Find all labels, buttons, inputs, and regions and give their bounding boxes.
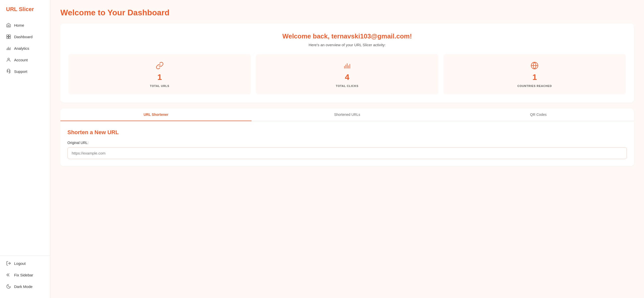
analytics-icon (6, 46, 11, 51)
sidebar-label-analytics: Analytics (14, 46, 29, 51)
welcome-card: Welcome back, ternavski103@gmail.com! He… (60, 23, 634, 103)
sidebar-nav: Home Dashboard (0, 20, 50, 256)
sidebar-item-account[interactable]: Account (0, 54, 50, 65)
sidebar-bottom: Logout Fix Sidebar Dark Mode (0, 256, 50, 292)
stats-grid: 1 TOTAL URLS 4 TOTAL CLICKS (68, 54, 626, 94)
sidebar: URL Slicer Home Dashboard (0, 0, 50, 298)
tab-url-shortener[interactable]: URL Shortener (60, 109, 252, 121)
sidebar-label-home: Home (14, 23, 24, 27)
field-label-original-url: Original URL: (67, 141, 627, 145)
bar-chart-icon (343, 61, 351, 70)
section-title: Shorten a New URL (67, 129, 627, 136)
fix-sidebar-icon (6, 272, 11, 277)
sidebar-item-dark-mode[interactable]: Dark Mode (0, 281, 50, 292)
home-icon (6, 23, 11, 28)
stat-label-total-clicks: TOTAL CLICKS (336, 84, 358, 87)
logo-text: URL Slicer (6, 6, 34, 12)
svg-rect-2 (7, 37, 9, 39)
logout-icon (6, 261, 11, 266)
stat-value-countries-reached: 1 (532, 73, 537, 82)
stat-value-total-urls: 1 (157, 73, 162, 82)
svg-rect-3 (9, 37, 11, 39)
sidebar-item-logout[interactable]: Logout (0, 258, 50, 269)
tab-qr-codes[interactable]: QR Codes (443, 109, 634, 121)
sidebar-item-home[interactable]: Home (0, 20, 50, 31)
stat-label-countries-reached: COUNTRIES REACHED (517, 84, 552, 87)
sidebar-label-dashboard: Dashboard (14, 35, 32, 39)
welcome-heading: Welcome back, ternavski103@gmail.com! (68, 32, 626, 40)
stat-card-countries-reached: 1 COUNTRIES REACHED (444, 54, 626, 94)
sidebar-item-support[interactable]: Support (0, 66, 50, 77)
stat-card-total-clicks: 4 TOTAL CLICKS (256, 54, 438, 94)
support-icon (6, 69, 11, 74)
sidebar-label-logout: Logout (14, 261, 26, 266)
sidebar-label-dark-mode: Dark Mode (14, 284, 32, 289)
original-url-input[interactable] (67, 147, 627, 159)
dark-mode-icon (6, 284, 11, 289)
stat-card-total-urls: 1 TOTAL URLS (68, 54, 251, 94)
svg-rect-1 (9, 35, 11, 37)
dashboard-icon (6, 34, 11, 39)
main-content: Welcome to Your Dashboard Welcome back, … (50, 0, 644, 298)
sidebar-label-support: Support (14, 69, 27, 74)
tab-content-url-shortener: Shorten a New URL Original URL: (60, 121, 634, 166)
svg-rect-0 (7, 35, 9, 37)
account-icon (6, 57, 11, 62)
stat-value-total-clicks: 4 (345, 73, 349, 82)
svg-point-4 (8, 58, 10, 60)
sidebar-item-dashboard[interactable]: Dashboard (0, 31, 50, 42)
stat-label-total-urls: TOTAL URLS (150, 84, 169, 87)
tabs-header: URL Shortener Shortened URLs QR Codes (60, 109, 634, 121)
welcome-subtext: Here's an overview of your URL Slicer ac… (68, 43, 626, 47)
page-title: Welcome to Your Dashboard (60, 8, 634, 17)
link-icon (156, 61, 164, 70)
sidebar-item-analytics[interactable]: Analytics (0, 43, 50, 54)
sidebar-label-account: Account (14, 58, 28, 62)
sidebar-label-fix-sidebar: Fix Sidebar (14, 273, 33, 277)
tabs-container: URL Shortener Shortened URLs QR Codes Sh… (60, 109, 634, 166)
sidebar-item-fix-sidebar[interactable]: Fix Sidebar (0, 269, 50, 280)
globe-icon (531, 61, 539, 70)
app-logo: URL Slicer (0, 6, 50, 20)
tab-shortened-urls[interactable]: Shortened URLs (252, 109, 443, 121)
